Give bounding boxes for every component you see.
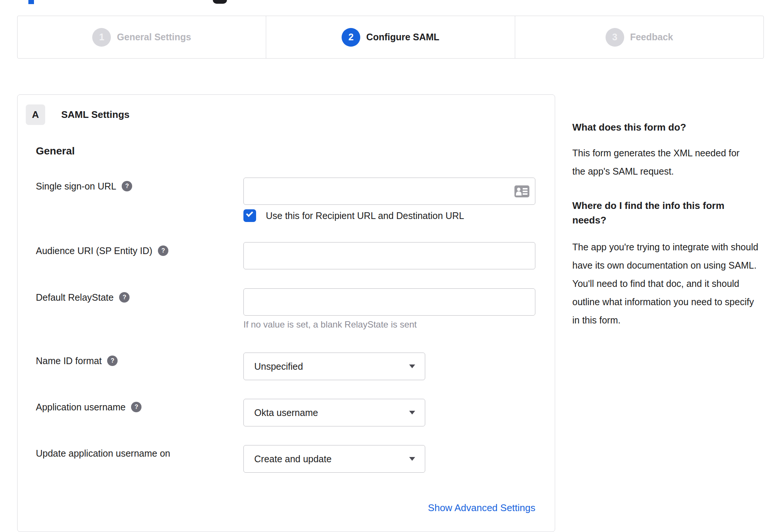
recipient-url-checkbox-label: Use this for Recipient URL and Destinati… (266, 210, 464, 221)
step-label: General Settings (117, 32, 191, 43)
clipped-logo-fragment (28, 0, 34, 4)
help-icon[interactable]: ? (107, 356, 118, 366)
step-label: Configure SAML (366, 32, 439, 43)
help-icon[interactable]: ? (119, 292, 130, 303)
app-username-select[interactable]: Okta username (243, 399, 425, 426)
sidebar-question-1-title: What does this form do? (572, 120, 752, 135)
help-icon[interactable]: ? (131, 402, 141, 412)
app-username-label-row: Application username ? (36, 401, 141, 413)
general-section-heading: General (36, 145, 75, 157)
app-username-value: Okta username (244, 407, 318, 418)
chevron-down-icon (409, 411, 415, 414)
update-username-select[interactable]: Create and update (243, 445, 425, 473)
sso-url-input-wrap (243, 178, 535, 205)
section-a-badge: A (26, 104, 45, 125)
step-number-badge: 3 (606, 28, 624, 47)
contact-card-icon (514, 185, 529, 197)
panel-title: SAML Settings (61, 109, 130, 121)
name-id-format-label-row: Name ID format ? (36, 354, 118, 367)
app-username-label: Application username (36, 402, 125, 413)
step-feedback[interactable]: 3 Feedback (515, 16, 763, 58)
show-advanced-settings-link[interactable]: Show Advanced Settings (243, 502, 535, 514)
help-icon[interactable]: ? (158, 245, 168, 256)
sso-url-input[interactable] (243, 178, 535, 205)
clipped-app-icon-fragment (213, 0, 227, 4)
audience-uri-label: Audience URI (SP Entity ID) (36, 245, 152, 256)
update-username-label: Update application username on (36, 448, 170, 459)
wizard-stepper: 1 General Settings 2 Configure SAML 3 Fe… (17, 16, 764, 59)
relaystate-label-row: Default RelayState ? (36, 291, 130, 304)
sso-url-label: Single sign-on URL (36, 181, 116, 192)
audience-uri-input[interactable] (243, 242, 535, 269)
saml-setup-screen: 1 General Settings 2 Configure SAML 3 Fe… (0, 0, 781, 532)
recipient-url-checkbox[interactable] (243, 209, 256, 222)
step-configure-saml[interactable]: 2 Configure SAML (266, 16, 514, 58)
sidebar-question-2-body: The app you're trying to integrate with … (572, 238, 763, 329)
chevron-down-icon (409, 457, 415, 461)
step-number-badge: 1 (92, 28, 111, 47)
name-id-format-select[interactable]: Unspecified (243, 353, 425, 380)
name-id-format-label: Name ID format (36, 356, 102, 366)
sidebar-question-1-body: This form generates the XML needed for t… (572, 144, 753, 181)
panel-header: A SAML Settings (26, 104, 130, 125)
update-username-value: Create and update (244, 454, 332, 464)
checkmark-icon (246, 210, 253, 217)
relaystate-label: Default RelayState (36, 292, 113, 303)
step-label: Feedback (630, 32, 673, 43)
recipient-url-checkbox-row: Use this for Recipient URL and Destinati… (243, 209, 464, 222)
chevron-down-icon (409, 364, 415, 368)
help-icon[interactable]: ? (122, 181, 132, 191)
update-username-label-row: Update application username on (36, 447, 170, 460)
step-general-settings[interactable]: 1 General Settings (18, 16, 266, 58)
relaystate-input[interactable] (243, 288, 535, 316)
name-id-format-value: Unspecified (244, 361, 303, 372)
step-number-badge: 2 (342, 28, 360, 47)
sso-url-label-row: Single sign-on URL ? (36, 180, 132, 193)
sidebar-question-2-title: Where do I find the info this form needs… (572, 198, 748, 228)
audience-uri-label-row: Audience URI (SP Entity ID) ? (36, 244, 168, 257)
saml-settings-panel: A SAML Settings General Single sign-on U… (17, 94, 555, 532)
relaystate-hint: If no value is set, a blank RelayState i… (243, 319, 417, 330)
